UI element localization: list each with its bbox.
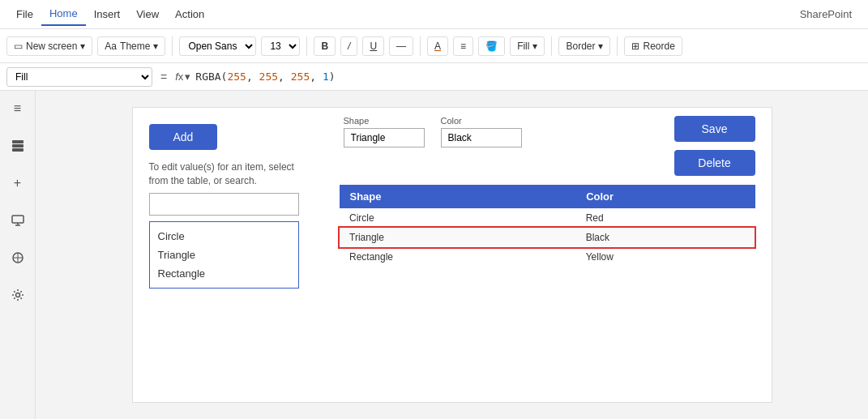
reorder-button[interactable]: ⊞ Reorde: [624, 36, 682, 56]
table-row[interactable]: Circle Red: [340, 208, 755, 229]
ribbon-divider-5: [617, 36, 618, 56]
strikethrough-button[interactable]: —: [389, 36, 413, 56]
table-row-selected[interactable]: Triangle Black: [340, 228, 755, 247]
ribbon-divider-2: [306, 36, 307, 56]
new-screen-label: New screen: [26, 41, 77, 52]
border-chevron-icon: ▾: [598, 41, 603, 52]
formula-bar: Fill = fx ▾ RGBA(255, 255, 255, 1): [0, 63, 868, 91]
fill-label: Fill: [517, 41, 529, 52]
ribbon-divider-1: [172, 36, 173, 56]
svg-rect-1: [12, 144, 24, 148]
table-row[interactable]: Rectangle Yellow: [340, 247, 755, 267]
shape-label: Shape: [344, 116, 425, 126]
theme-label: Theme: [120, 41, 150, 52]
data-table-section: Shape Color Circle Red Triangle Black: [340, 185, 755, 267]
menu-view[interactable]: View: [128, 3, 167, 25]
svg-rect-3: [12, 216, 24, 223]
svg-rect-0: [12, 140, 24, 143]
shape-color-section: Shape Color: [344, 116, 522, 148]
table-header-color: Color: [576, 186, 755, 208]
add-button[interactable]: Add: [149, 124, 218, 150]
svg-rect-2: [12, 148, 24, 152]
reorder-icon: ⊞: [631, 41, 639, 52]
font-size-select[interactable]: 13: [261, 36, 300, 56]
shape-field-group: Shape: [344, 116, 425, 148]
theme-chevron-icon: ▾: [153, 41, 158, 52]
table-cell-shape-1: Circle: [340, 208, 576, 229]
list-item-triangle[interactable]: Triangle: [158, 246, 290, 264]
fx-chevron-icon: ▾: [185, 71, 190, 83]
sidebar-icon-screen[interactable]: [6, 209, 29, 232]
data-table: Shape Color Circle Red Triangle Black: [340, 185, 755, 267]
list-box[interactable]: Circle Triangle Rectangle: [149, 221, 299, 289]
rgba-r: 255: [227, 71, 246, 83]
svg-point-9: [15, 293, 19, 297]
align-button[interactable]: ≡: [453, 36, 473, 56]
fx-icon: fx: [175, 71, 183, 83]
font-family-select[interactable]: Open Sans: [179, 36, 256, 56]
new-screen-icon: ▭: [14, 41, 23, 52]
menu-home[interactable]: Home: [41, 2, 86, 26]
color-input[interactable]: [441, 128, 522, 148]
table-header-shape: Shape: [340, 186, 576, 208]
paint-button[interactable]: 🪣: [478, 36, 505, 56]
main-layout: ≡ + Add Shape: [0, 91, 868, 419]
menu-action[interactable]: Action: [167, 3, 212, 25]
reorder-label: Reorde: [643, 41, 674, 52]
fill-button[interactable]: Fill ▾: [510, 36, 545, 56]
table-cell-color-1: Red: [576, 208, 755, 229]
font-color-button[interactable]: A: [427, 36, 448, 56]
search-input[interactable]: [149, 193, 299, 216]
new-screen-chevron-icon: ▾: [80, 41, 85, 52]
sidebar-icon-media[interactable]: [6, 246, 29, 269]
border-label: Border: [566, 41, 595, 52]
formula-content[interactable]: RGBA(255, 255, 255, 1): [195, 71, 862, 83]
new-screen-button[interactable]: ▭ New screen ▾: [6, 36, 92, 56]
border-button[interactable]: Border ▾: [558, 36, 610, 56]
underline-button[interactable]: U: [362, 36, 384, 56]
theme-icon: Aa: [105, 41, 117, 52]
rgba-g: 255: [259, 71, 278, 83]
rgba-close: ): [329, 71, 336, 83]
sidebar-icons: ≡ +: [0, 91, 36, 419]
color-label: Color: [441, 116, 522, 126]
sidebar-icon-add[interactable]: +: [6, 172, 29, 195]
ribbon: ▭ New screen ▾ Aa Theme ▾ Open Sans 13 B…: [0, 29, 868, 63]
theme-button[interactable]: Aa Theme ▾: [97, 36, 165, 56]
rgba-comma-3: ,: [310, 71, 323, 83]
font-color-label: A: [434, 41, 441, 52]
action-buttons: Save Delete: [674, 116, 755, 176]
fill-chevron-icon: ▾: [532, 41, 537, 52]
field-group: Shape Color: [344, 116, 522, 148]
rgba-comma-1: ,: [246, 71, 259, 83]
list-item-circle[interactable]: Circle: [158, 227, 290, 246]
table-cell-shape-2: Triangle: [340, 228, 576, 247]
formula-dropdown[interactable]: Fill: [6, 67, 152, 87]
menu-insert[interactable]: Insert: [86, 3, 129, 25]
rgba-label: RGBA(: [195, 71, 227, 83]
equals-sign: =: [157, 71, 170, 83]
fx-label: fx ▾: [175, 71, 190, 83]
table-cell-shape-3: Rectangle: [340, 247, 576, 267]
menu-bar: File Home Insert View Action SharePoint: [0, 0, 868, 29]
italic-button[interactable]: /: [340, 36, 357, 56]
list-item-rectangle[interactable]: Rectangle: [158, 264, 290, 283]
save-button[interactable]: Save: [674, 116, 755, 142]
rgba-comma-2: ,: [278, 71, 291, 83]
color-field-group: Color: [441, 116, 522, 148]
help-text: To edit value(s) for an item, select fro…: [149, 160, 295, 188]
menu-file[interactable]: File: [8, 3, 41, 25]
shape-input[interactable]: [344, 128, 425, 148]
table-cell-color-2: Black: [576, 228, 755, 247]
sidebar-icon-menu[interactable]: ≡: [6, 97, 29, 120]
sidebar-icon-layers[interactable]: [6, 135, 29, 157]
ribbon-divider-4: [551, 36, 552, 56]
rgba-b: 255: [291, 71, 310, 83]
table-header-row: Shape Color: [340, 186, 755, 208]
sidebar-icon-settings[interactable]: [6, 284, 29, 306]
app-title: SharePoint: [800, 8, 860, 20]
app-canvas: Add Shape Color Save Delete: [132, 107, 772, 403]
table-cell-color-3: Yellow: [576, 247, 755, 267]
bold-button[interactable]: B: [314, 36, 336, 56]
delete-button[interactable]: Delete: [674, 150, 755, 176]
